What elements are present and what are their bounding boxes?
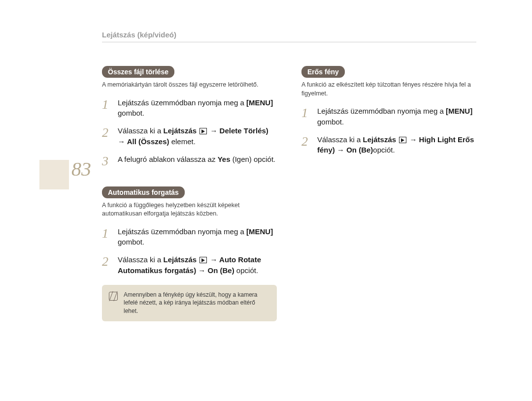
steps-list: 1 Lejátszás üzemmódban nyomja meg a [MEN… — [102, 97, 277, 168]
step-number: 2 — [301, 134, 310, 156]
text-run: opciót. — [234, 266, 258, 275]
strong-label: Lejátszás — [363, 135, 399, 144]
step-text: Válassza ki a Lejátszás → Delete Törlés)… — [118, 125, 277, 147]
play-icon — [200, 257, 207, 263]
strong-label: [MENU] — [446, 107, 472, 115]
note-icon — [109, 292, 118, 301]
step-item: 1 Lejátszás üzemmódban nyomja meg a [MEN… — [102, 97, 277, 119]
strong-label: Lejátszás — [164, 126, 199, 135]
text-run: gombot. — [118, 238, 144, 246]
section-desc: A funkció a függőleges helyzetben készül… — [102, 201, 277, 218]
strong-label: → — [407, 135, 419, 144]
column-left: Összes fájl törlése A memóriakártyán tár… — [102, 66, 277, 321]
strong-label: On (Be) — [208, 266, 234, 275]
play-icon — [399, 137, 406, 143]
page-number-tab — [39, 160, 69, 189]
step-number: 1 — [301, 106, 310, 127]
section-heading-delete-all: Összes fájl törlése — [102, 66, 174, 78]
strong-label: → — [118, 137, 127, 146]
text-run: gombot. — [317, 118, 344, 126]
step-item: 1 Lejátszás üzemmódban nyomja meg a [MEN… — [301, 106, 476, 127]
section-heading-auto-rotate: Automatikus forgatás — [102, 186, 185, 198]
note-text: Amennyiben a fénykép úgy készült, hogy a… — [124, 291, 270, 315]
text-run: Lejátszás üzemmódban nyomja meg a — [118, 98, 246, 107]
step-number: 1 — [102, 226, 111, 248]
strong-label: → — [208, 255, 219, 264]
section-desc: A funkció az elkészített kép túlzottan f… — [301, 81, 476, 98]
breadcrumb: Lejátszás (kép/videó) — [102, 31, 476, 42]
steps-list: 1 Lejátszás üzemmódban nyomja meg a [MEN… — [102, 226, 277, 276]
step-text: Válassza ki a Lejátszás → High Light Erő… — [317, 134, 476, 156]
text-run: opciót. — [373, 146, 395, 154]
strong-label: Lejátszás — [164, 255, 199, 264]
step-number: 3 — [102, 154, 111, 168]
step-item: 3 A felugró ablakon válassza az Yes (Ige… — [102, 154, 277, 168]
text-run: Válassza ki a — [118, 255, 164, 264]
step-text: Lejátszás üzemmódban nyomja meg a [MENU]… — [118, 97, 277, 119]
step-number: 2 — [102, 254, 111, 276]
step-item: 2 Válassza ki a Lejátszás → High Light E… — [301, 134, 476, 156]
strong-label: → — [196, 266, 207, 275]
strong-label: → — [335, 146, 346, 154]
columns: Összes fájl törlése A memóriakártyán tár… — [102, 66, 476, 321]
step-text: Lejátszás üzemmódban nyomja meg a [MENU]… — [317, 106, 476, 127]
text-run: elemet. — [169, 137, 196, 146]
text-run: A felugró ablakon válassza az — [118, 155, 218, 163]
step-number: 2 — [102, 125, 111, 147]
strong-label: [MENU] — [246, 98, 273, 107]
page-content: Lejátszás (kép/videó) Összes fájl törlés… — [102, 31, 476, 321]
text-run: Lejátszás üzemmódban nyomja meg a — [118, 227, 246, 236]
strong-label: → — [208, 126, 219, 135]
text-run: gombot. — [118, 109, 144, 117]
strong-label: On (Be) — [346, 146, 373, 154]
strong-label: [MENU] — [246, 227, 273, 236]
steps-list: 1 Lejátszás üzemmódban nyomja meg a [MEN… — [301, 106, 476, 155]
step-item: 1 Lejátszás üzemmódban nyomja meg a [MEN… — [102, 226, 277, 248]
page-number: 83 — [71, 157, 91, 181]
text-run: Lejátszás üzemmódban nyomja meg a — [317, 107, 446, 115]
section-heading-highlight: Erős fény — [301, 66, 345, 78]
section-desc: A memóriakártyán tárolt összes fájl egys… — [102, 81, 277, 90]
step-item: 2 Válassza ki a Lejátszás → Delete Törlé… — [102, 125, 277, 147]
step-number: 1 — [102, 97, 111, 119]
play-icon — [200, 128, 207, 134]
text-run: (Igen) opciót. — [231, 155, 276, 163]
column-right: Erős fény A funkció az elkészített kép t… — [301, 66, 476, 321]
strong-label: Delete Törlés) — [220, 126, 268, 135]
step-text: Válassza ki a Lejátszás → Auto Rotate Au… — [118, 254, 277, 276]
strong-label: All (Összes) — [127, 137, 169, 146]
note-box: Amennyiben a fénykép úgy készült, hogy a… — [102, 285, 277, 321]
strong-label: Yes — [218, 155, 231, 163]
step-item: 2 Válassza ki a Lejátszás → Auto Rotate … — [102, 254, 277, 276]
step-text: Lejátszás üzemmódban nyomja meg a [MENU]… — [118, 226, 277, 248]
text-run: Válassza ki a — [317, 135, 363, 144]
step-text: A felugró ablakon válassza az Yes (Igen)… — [118, 154, 277, 168]
text-run: Válassza ki a — [118, 126, 164, 135]
